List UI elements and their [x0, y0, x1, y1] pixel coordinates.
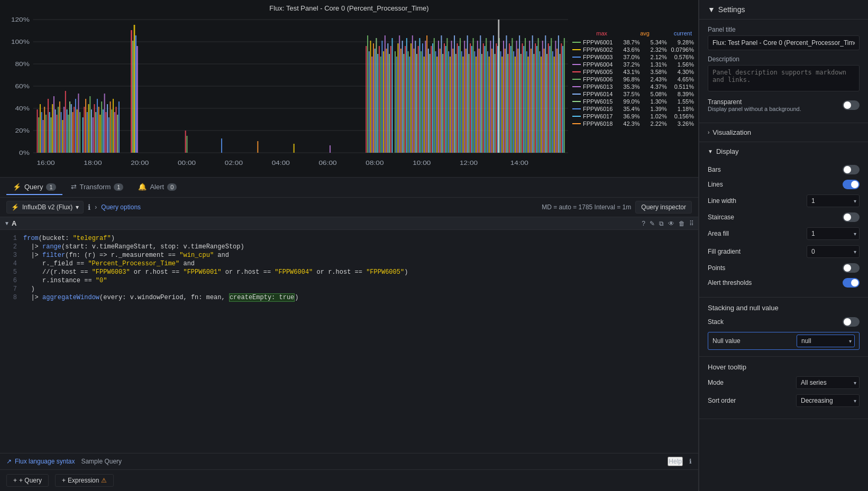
svg-rect-64 [95, 112, 96, 153]
svg-rect-122 [410, 43, 412, 153]
legend-row: FPPW6002 43.6% 2.32% 0.0796% [572, 46, 694, 53]
legend-max-val: 99.0% [615, 98, 639, 105]
query-action-delete[interactable]: 🗑 [679, 220, 685, 227]
lines-toggle[interactable] [843, 180, 860, 189]
mode-select[interactable]: All series Single [796, 376, 860, 389]
sort-order-select[interactable]: Decreasing Increasing None [796, 394, 860, 407]
query-section-header[interactable]: ▼ A ? ✎ ⧉ 👁 🗑 ⠿ [0, 217, 698, 230]
query-action-copy[interactable]: ⧉ [659, 220, 664, 227]
svg-rect-31 [45, 115, 47, 153]
legend-series-name: FPPW6013 [583, 84, 613, 90]
legend-max-val: 37.5% [615, 91, 639, 97]
transparent-label: Transparent [708, 98, 801, 106]
legend-max-val: 43.6% [615, 47, 639, 53]
svg-rect-163 [470, 43, 471, 153]
bars-toggle[interactable] [843, 165, 860, 174]
svg-rect-142 [440, 49, 441, 153]
svg-rect-88 [221, 138, 222, 153]
chart-area: Flux: Test Panel - Core 0 (Percent_Proce… [0, 0, 698, 178]
svg-rect-202 [526, 51, 527, 153]
transparent-toggle[interactable] [843, 100, 860, 110]
datasource-select[interactable]: ⚡ InfluxDB v2 (Flux) ▾ [6, 201, 84, 214]
legend-max-val: 38.7% [615, 39, 639, 45]
sort-order-row: Sort order Decreasing Increasing None [708, 394, 860, 407]
legend-row: FPPW6017 36.9% 1.02% 0.156% [572, 113, 694, 120]
query-info-icon[interactable]: ℹ [88, 203, 90, 211]
svg-rect-84 [135, 35, 136, 153]
staircase-toggle[interactable] [843, 212, 860, 222]
code-editor[interactable]: 1 from(bucket: "telegraf") 2 |> range(st… [0, 230, 698, 453]
add-query-btn[interactable]: + + Query [6, 474, 49, 487]
svg-rect-101 [379, 46, 380, 153]
settings-title: Settings [718, 5, 745, 14]
help-info-icon[interactable]: ℹ [689, 458, 692, 465]
tab-alert[interactable]: 🔔 Alert 0 [132, 180, 183, 195]
area-fill-select[interactable]: 1 0 2 [807, 227, 860, 240]
description-textarea[interactable] [708, 65, 860, 91]
svg-rect-173 [484, 46, 485, 153]
svg-rect-125 [415, 41, 416, 153]
svg-rect-79 [117, 115, 118, 153]
svg-rect-171 [481, 54, 482, 153]
svg-text:0%: 0% [19, 150, 30, 156]
tab-query[interactable]: ⚡ Query 1 [6, 180, 62, 195]
visualization-header[interactable]: › Visualization [699, 123, 868, 142]
query-action-edit[interactable]: ✎ [650, 220, 655, 227]
svg-rect-109 [390, 46, 391, 153]
svg-rect-227 [562, 46, 563, 153]
svg-rect-135 [430, 54, 431, 153]
svg-rect-141 [438, 41, 439, 153]
points-toggle[interactable] [843, 263, 860, 273]
code-line-6: 6 r.instance == "0" [0, 276, 698, 285]
fill-gradient-select[interactable]: 0 1 2 [807, 245, 860, 258]
visualization-section: › Visualization [699, 123, 868, 142]
query-section-actions: ? ✎ ⧉ 👁 🗑 ⠿ [642, 220, 694, 227]
code-line-8: 8 |> aggregateWindow(every: v.windowPeri… [0, 293, 698, 302]
null-value-select[interactable]: null connected 0 [797, 335, 855, 347]
svg-text:120%: 120% [11, 17, 30, 23]
query-action-help[interactable]: ? [642, 220, 645, 227]
legend-max-val: 37.0% [615, 54, 639, 60]
flux-language-link[interactable]: ↗ Flux language syntax [6, 458, 75, 465]
legend-header-current: current [660, 30, 692, 36]
chart-svg: 120% 100% 80% 60% 40% 20% 0% 16:00 18:00… [4, 14, 568, 173]
tab-transform[interactable]: ⇄ Transform 1 [65, 180, 130, 195]
fill-gradient-label: Fill gradient [708, 248, 741, 255]
svg-rect-129 [421, 51, 422, 153]
bars-row: Bars [708, 165, 860, 174]
legend-row: FPPW6003 37.0% 2.12% 0.576% [572, 53, 694, 61]
svg-rect-206 [532, 35, 533, 153]
legend-series-name: FPPW6002 [583, 47, 613, 53]
svg-rect-134 [428, 49, 429, 153]
svg-rect-38 [56, 115, 57, 153]
svg-rect-204 [529, 41, 530, 153]
line-width-select-wrapper: 1 2 3 [807, 194, 860, 207]
line-width-select[interactable]: 1 2 3 [807, 194, 860, 207]
svg-rect-117 [403, 54, 404, 153]
svg-rect-47 [69, 101, 70, 153]
null-value-label: Null value [712, 337, 741, 345]
legend-current-val: 0.156% [669, 113, 694, 119]
sample-query-btn[interactable]: Sample Query [81, 458, 122, 465]
svg-rect-212 [541, 57, 542, 153]
legend-series-name: FPPW6005 [583, 69, 613, 75]
legend-current-val: 0.511% [669, 84, 694, 90]
display-content: Bars Lines Line width [699, 161, 868, 297]
alert-thresholds-toggle[interactable] [843, 278, 860, 288]
add-expression-btn[interactable]: + Expression ⚠ [55, 474, 114, 487]
legend-series-name: FPPW6003 [583, 54, 613, 60]
svg-rect-198 [520, 54, 522, 153]
svg-rect-186 [503, 41, 504, 153]
query-action-drag[interactable]: ⠿ [689, 220, 694, 227]
query-options-btn[interactable]: Query options [101, 203, 141, 211]
svg-text:60%: 60% [15, 84, 30, 90]
help-btn[interactable]: Help [668, 457, 683, 466]
panel-title-input[interactable] [708, 35, 860, 50]
stack-toggle[interactable] [843, 317, 860, 327]
svg-rect-167 [476, 57, 477, 153]
query-action-toggle[interactable]: 👁 [668, 220, 674, 227]
settings-section-header[interactable]: ▼ Settings [699, 0, 868, 20]
svg-rect-94 [369, 51, 370, 153]
display-header[interactable]: ▼ Display [699, 142, 868, 161]
query-inspector-btn[interactable]: Query inspector [635, 201, 692, 214]
